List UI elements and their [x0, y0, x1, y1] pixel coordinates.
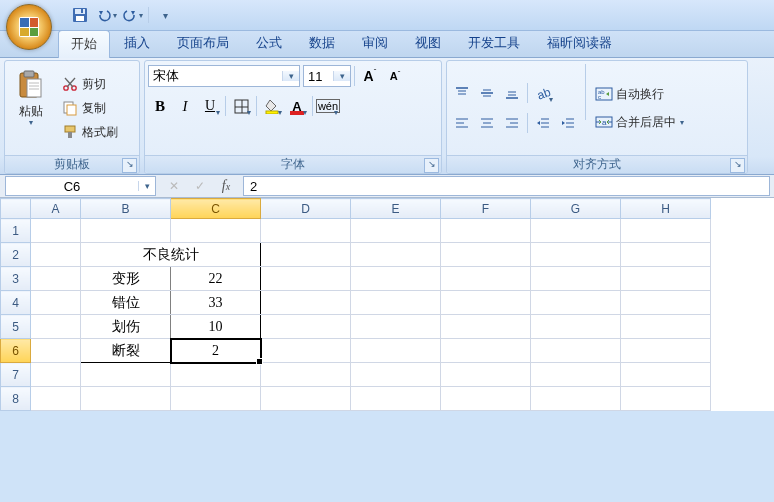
cut-button[interactable]: 剪切 — [57, 73, 122, 95]
cell-E5[interactable] — [351, 315, 441, 339]
tab-1[interactable]: 插入 — [111, 29, 163, 57]
tab-2[interactable]: 页面布局 — [164, 29, 242, 57]
row-header-1[interactable]: 1 — [1, 219, 31, 243]
row-header-2[interactable]: 2 — [1, 243, 31, 267]
cell-E6[interactable] — [351, 339, 441, 363]
dialog-launcher[interactable]: ↘ — [122, 158, 137, 173]
cell-B4[interactable]: 错位 — [81, 291, 171, 315]
cell-H7[interactable] — [621, 363, 711, 387]
cell-A7[interactable] — [31, 363, 81, 387]
border-button[interactable] — [229, 94, 253, 118]
cell-C7[interactable] — [171, 363, 261, 387]
phonetic-button[interactable]: wén — [316, 94, 340, 118]
cell-B6[interactable]: 断裂 — [81, 339, 171, 363]
paste-button[interactable]: 粘贴 ▾ — [8, 64, 54, 152]
cell-G2[interactable] — [531, 243, 621, 267]
cell-G1[interactable] — [531, 219, 621, 243]
spreadsheet-grid[interactable]: ABCDEFGH12不良统计3变形224错位335划伤106断裂278 — [0, 198, 774, 411]
cell-H4[interactable] — [621, 291, 711, 315]
cell-E8[interactable] — [351, 387, 441, 411]
row-header-5[interactable]: 5 — [1, 315, 31, 339]
cell-D8[interactable] — [261, 387, 351, 411]
align-bottom-button[interactable] — [500, 81, 524, 105]
cell-F6[interactable] — [441, 339, 531, 363]
row-header-3[interactable]: 3 — [1, 267, 31, 291]
name-box[interactable]: C6▾ — [5, 176, 156, 196]
cell-B3[interactable]: 变形 — [81, 267, 171, 291]
tab-6[interactable]: 视图 — [402, 29, 454, 57]
tab-5[interactable]: 审阅 — [349, 29, 401, 57]
font-color-button[interactable]: A — [285, 94, 309, 118]
cell-A8[interactable] — [31, 387, 81, 411]
bold-button[interactable]: B — [148, 94, 172, 118]
cell-D3[interactable] — [261, 267, 351, 291]
align-middle-button[interactable] — [475, 81, 499, 105]
align-center-button[interactable] — [475, 111, 499, 135]
cell-G5[interactable] — [531, 315, 621, 339]
decrease-font-button[interactable]: Aˇ — [383, 64, 407, 88]
cell-B7[interactable] — [81, 363, 171, 387]
cell-A5[interactable] — [31, 315, 81, 339]
align-left-button[interactable] — [450, 111, 474, 135]
cell-D1[interactable] — [261, 219, 351, 243]
cancel-button[interactable]: ✕ — [161, 175, 187, 197]
cell-B2[interactable]: 不良统计 — [81, 243, 261, 267]
tab-4[interactable]: 数据 — [296, 29, 348, 57]
cell-G8[interactable] — [531, 387, 621, 411]
cell-H2[interactable] — [621, 243, 711, 267]
cell-A4[interactable] — [31, 291, 81, 315]
cell-H5[interactable] — [621, 315, 711, 339]
col-header-C[interactable]: C — [171, 199, 261, 219]
font-name-select[interactable]: 宋体▾ — [148, 65, 300, 87]
col-header-D[interactable]: D — [261, 199, 351, 219]
orientation-button[interactable]: ab — [531, 81, 555, 105]
cell-G4[interactable] — [531, 291, 621, 315]
redo-button[interactable]: ▾ — [120, 3, 144, 27]
cell-E2[interactable] — [351, 243, 441, 267]
cell-G7[interactable] — [531, 363, 621, 387]
tab-0[interactable]: 开始 — [58, 30, 110, 58]
cell-A3[interactable] — [31, 267, 81, 291]
cell-F7[interactable] — [441, 363, 531, 387]
cell-E4[interactable] — [351, 291, 441, 315]
col-header-A[interactable]: A — [31, 199, 81, 219]
cell-C5[interactable]: 10 — [171, 315, 261, 339]
decrease-indent-button[interactable] — [531, 111, 555, 135]
increase-font-button[interactable]: Aˆ — [358, 64, 382, 88]
cell-F5[interactable] — [441, 315, 531, 339]
qat-customize[interactable]: ▾ — [153, 3, 177, 27]
row-header-6[interactable]: 6 — [1, 339, 31, 363]
row-header-7[interactable]: 7 — [1, 363, 31, 387]
cell-F3[interactable] — [441, 267, 531, 291]
merge-center-button[interactable]: a合并后居中▾ — [591, 111, 688, 133]
cell-G3[interactable] — [531, 267, 621, 291]
cell-H3[interactable] — [621, 267, 711, 291]
underline-button[interactable]: U — [198, 94, 222, 118]
cell-E3[interactable] — [351, 267, 441, 291]
cell-A1[interactable] — [31, 219, 81, 243]
col-header-F[interactable]: F — [441, 199, 531, 219]
tab-8[interactable]: 福昕阅读器 — [534, 29, 625, 57]
cell-D2[interactable] — [261, 243, 351, 267]
cell-A6[interactable] — [31, 339, 81, 363]
cell-H1[interactable] — [621, 219, 711, 243]
cell-C3[interactable]: 22 — [171, 267, 261, 291]
cell-C6[interactable]: 2 — [171, 339, 261, 363]
cell-C8[interactable] — [171, 387, 261, 411]
col-header-E[interactable]: E — [351, 199, 441, 219]
align-top-button[interactable] — [450, 81, 474, 105]
fill-color-button[interactable] — [260, 94, 284, 118]
cell-E7[interactable] — [351, 363, 441, 387]
formula-bar[interactable]: 2 — [243, 176, 770, 196]
cell-D4[interactable] — [261, 291, 351, 315]
cell-F2[interactable] — [441, 243, 531, 267]
row-header-8[interactable]: 8 — [1, 387, 31, 411]
cell-H8[interactable] — [621, 387, 711, 411]
fx-button[interactable]: fx — [213, 175, 239, 197]
cell-D7[interactable] — [261, 363, 351, 387]
tab-3[interactable]: 公式 — [243, 29, 295, 57]
dialog-launcher[interactable]: ↘ — [730, 158, 745, 173]
cell-B1[interactable] — [81, 219, 171, 243]
cell-D6[interactable] — [261, 339, 351, 363]
cell-B5[interactable]: 划伤 — [81, 315, 171, 339]
